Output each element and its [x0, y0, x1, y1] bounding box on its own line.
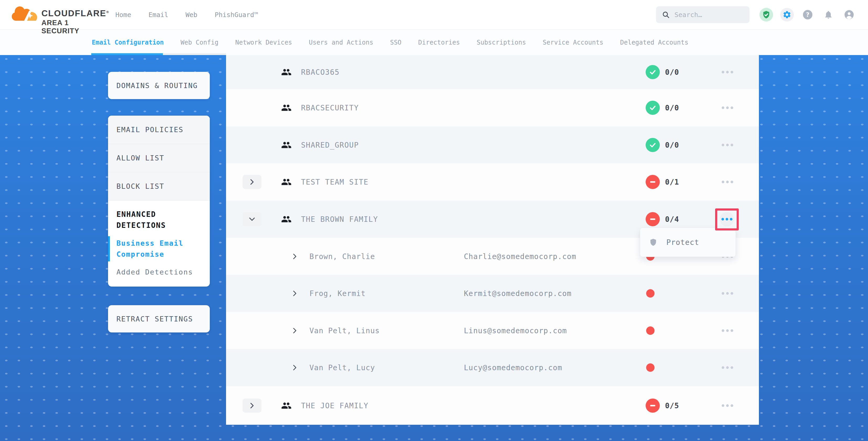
row-menu-button[interactable] — [722, 71, 733, 73]
group-people-icon — [281, 178, 291, 186]
user-email: Lucy@somedemocorp.com — [464, 364, 562, 372]
collapse-group-button[interactable] — [243, 212, 261, 226]
sidebar-item-added-detections[interactable]: Added Detections — [117, 266, 198, 278]
group-name: TEST TEAM SITE — [301, 178, 368, 186]
settings-gear-icon[interactable] — [780, 8, 794, 22]
user-email: Linus@somedemocorp.com — [464, 326, 567, 335]
search-input[interactable]: Search… — [656, 6, 749, 23]
account-icon[interactable] — [842, 8, 856, 22]
row-menu-button[interactable] — [722, 106, 733, 109]
status-dot-blocked — [646, 326, 655, 335]
tab-email-configuration[interactable]: Email Configuration — [92, 30, 164, 55]
table-row-group: TEST TEAM SITE0/1 — [226, 163, 759, 200]
protected-count: 0/1 — [665, 178, 679, 186]
help-icon[interactable]: ? — [801, 8, 814, 22]
top-nav: HomeEmailWebPhishGuard™ — [115, 0, 258, 30]
protected-count: 0/0 — [665, 68, 679, 76]
tab-delegated-accounts[interactable]: Delegated Accounts — [620, 30, 688, 55]
row-menu-button[interactable] — [722, 144, 733, 146]
user-expand-chevron-icon[interactable] — [293, 328, 297, 334]
protected-count: 0/0 — [665, 103, 679, 112]
app-header: CLOUDFLARE® AREA 1 SECURITY HomeEmailWeb… — [0, 0, 868, 30]
policy-list: EMAIL POLICIESALLOW LISTBLOCK LIST — [108, 116, 210, 200]
expand-group-button[interactable] — [243, 399, 261, 413]
tab-sso[interactable]: SSO — [390, 30, 401, 55]
group-name: THE BROWN FAMILY — [301, 215, 378, 224]
tabs: Email ConfigurationWeb ConfigNetwork Dev… — [92, 30, 688, 55]
nav-item-home[interactable]: Home — [115, 11, 131, 19]
protected-count: 0/4 — [665, 215, 679, 224]
tab-service-accounts[interactable]: Service Accounts — [543, 30, 603, 55]
cloudflare-logo[interactable]: CLOUDFLARE® AREA 1 SECURITY — [11, 3, 101, 28]
sidebar-card-retract-settings: RETRACT SETTINGS — [108, 305, 210, 333]
protected-count: 0/0 — [665, 140, 679, 149]
tab-underline-track — [163, 53, 226, 55]
user-expand-chevron-icon[interactable] — [293, 254, 297, 259]
tab-users-and-actions[interactable]: Users and Actions — [309, 30, 373, 55]
click-target-annotation — [715, 209, 739, 230]
brand-subtitle: AREA 1 SECURITY — [41, 19, 101, 35]
status-badge-ok — [646, 101, 660, 115]
table-row-user: Frog, KermitKermit@somedemocorp.com — [226, 275, 759, 312]
search-icon — [662, 11, 670, 19]
sidebar-card-email-policies: EMAIL POLICIESALLOW LISTBLOCK LIST ENHAN… — [108, 116, 210, 287]
expand-group-button[interactable] — [243, 175, 261, 189]
row-menu-button[interactable] — [722, 181, 733, 183]
status-dot-blocked — [646, 364, 655, 372]
group-name: RBACSECURITY — [301, 103, 359, 112]
tab-directories[interactable]: Directories — [418, 30, 460, 55]
group-people-icon — [281, 402, 291, 410]
protect-menu-item[interactable]: Protect — [640, 228, 736, 257]
status-badge-ok — [646, 138, 660, 152]
protected-count: 0/5 — [665, 401, 679, 410]
sidebar-item-domains-routing[interactable]: DOMAINS & ROUTING — [108, 72, 210, 99]
protect-label: Protect — [666, 238, 699, 247]
user-name: Frog, Kermit — [309, 289, 366, 298]
tab-subscriptions[interactable]: Subscriptions — [477, 30, 526, 55]
sidebar-item-retract-settings[interactable]: RETRACT SETTINGS — [108, 305, 210, 333]
user-email: Kermit@somedemocorp.com — [464, 289, 572, 298]
row-menu-button[interactable] — [722, 329, 733, 332]
user-expand-chevron-icon[interactable] — [293, 365, 297, 371]
group-people-icon — [281, 141, 291, 149]
status-badge-blocked — [646, 399, 660, 413]
table-row-user: Van Pelt, LinusLinus@somedemocorp.com — [226, 312, 759, 349]
status-badge-blocked — [646, 212, 660, 226]
tab-network-devices[interactable]: Network Devices — [235, 30, 292, 55]
group-people-icon — [281, 215, 291, 223]
table-row-group: RBACO3650/0 — [226, 55, 759, 89]
user-name: Van Pelt, Lucy — [309, 364, 375, 372]
sidebar-item-business-email-compromise[interactable]: Business Email Compromise — [117, 238, 198, 260]
tab-web-config[interactable]: Web Config — [181, 30, 219, 55]
table-row-group: SHARED_GROUP0/0 — [226, 126, 759, 163]
user-expand-chevron-icon[interactable] — [293, 290, 297, 296]
sidebar-item-block-list[interactable]: BLOCK LIST — [108, 172, 210, 200]
notifications-bell-icon[interactable] — [822, 8, 835, 22]
nav-item-phishguard-[interactable]: PhishGuard™ — [215, 11, 258, 19]
group-name: SHARED_GROUP — [301, 140, 359, 149]
group-name: THE JOE FAMILY — [301, 401, 368, 410]
table-row-user: Van Pelt, LucyLucy@somedemocorp.com — [226, 349, 759, 386]
nav-item-web[interactable]: Web — [185, 11, 197, 19]
section-tabbar: Email ConfigurationWeb ConfigNetwork Dev… — [0, 30, 868, 55]
sidebar-item-enhanced-detections[interactable]: ENHANCED DETECTIONS — [117, 209, 198, 231]
row-menu-button[interactable] — [722, 292, 733, 295]
status-badge-ok — [646, 65, 660, 79]
enhanced-list: Business Email CompromiseAdded Detection… — [117, 238, 202, 278]
sidebar-item-email-policies[interactable]: EMAIL POLICIES — [108, 116, 210, 144]
group-name: RBACO365 — [301, 68, 340, 76]
header-icons: ? — [760, 8, 856, 22]
brand-name: CLOUDFLARE® — [41, 8, 110, 18]
sidebar-card-domains-routing: DOMAINS & ROUTING — [108, 72, 210, 99]
protect-shield-icon — [649, 238, 657, 247]
sidebar-item-allow-list[interactable]: ALLOW LIST — [108, 144, 210, 172]
row-menu-button[interactable] — [722, 404, 733, 407]
table-row-group: RBACSECURITY0/0 — [226, 89, 759, 126]
status-badge-blocked — [646, 175, 660, 189]
nav-item-email[interactable]: Email — [148, 11, 168, 19]
shield-check-icon[interactable] — [760, 8, 773, 22]
group-people-icon — [281, 104, 291, 112]
enhanced-detections-section: ENHANCED DETECTIONS Business Email Compr… — [108, 200, 210, 278]
user-name: Brown, Charlie — [309, 252, 375, 261]
row-menu-button[interactable] — [722, 366, 733, 369]
